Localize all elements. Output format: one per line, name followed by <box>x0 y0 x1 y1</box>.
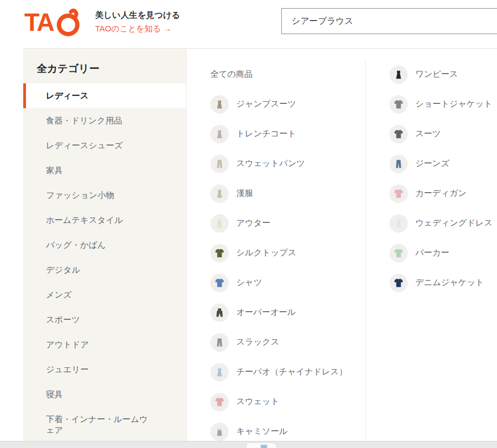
subcategory-item[interactable]: オーバーオール <box>187 298 366 327</box>
subcategory-item[interactable]: スウェット <box>187 387 366 417</box>
subcategory-label: チーパオ（チャイナドレス） <box>236 366 347 378</box>
subcategory-item[interactable]: シャツ <box>187 268 366 298</box>
subcategory-item[interactable]: アウター <box>187 208 366 238</box>
subcategory-item[interactable]: スラックス <box>187 327 366 357</box>
jeans-icon <box>389 155 408 173</box>
sidebar-item[interactable]: バッグ・かばん <box>23 233 186 258</box>
subcategory-item[interactable]: カーディガン <box>366 179 496 208</box>
subcategory-label: デニムジャケット <box>415 277 484 288</box>
pants-icon <box>210 155 229 173</box>
subcategory-label: スウェットパンツ <box>236 158 305 169</box>
subcategory-item[interactable]: スーツ <box>366 119 496 149</box>
sidebar-item[interactable]: アウトドア <box>23 332 186 357</box>
subcategory-label: ショートジャケット <box>415 98 492 110</box>
suit-icon <box>389 125 408 143</box>
subcategory-label: スーツ <box>415 128 441 140</box>
subcategory-label: カーディガン <box>415 188 467 199</box>
jumpsuit-icon <box>210 95 229 114</box>
subcategory-list-1: 全ての商品 ジャンプスーツトレンチコートスウェットパンツ漢服アウターシルクトップ… <box>187 49 366 441</box>
shirt-icon <box>210 274 229 292</box>
subcategory-label: ジャンプスーツ <box>236 98 296 110</box>
subcategory-item[interactable]: スウェットパンツ <box>187 149 366 179</box>
subcategory-item[interactable]: シルクトップス <box>187 238 366 268</box>
subcategory-item[interactable]: 漢服 <box>187 179 366 208</box>
subcategory-label: キャミソール <box>236 426 288 437</box>
subcategory-item[interactable]: ジャンプスーツ <box>187 89 366 119</box>
subcategory-label: アウター <box>236 218 270 229</box>
pants-icon <box>210 333 229 352</box>
sidebar-item[interactable]: スポーツ <box>23 307 186 332</box>
sidebar-item[interactable]: メンズ <box>23 282 186 307</box>
page-background-strip <box>0 441 497 448</box>
tao-logo[interactable]: TA <box>24 6 83 38</box>
subcategory-item[interactable]: トレンチコート <box>187 119 366 149</box>
subcategory-column-1: 全ての商品 ジャンプスーツトレンチコートスウェットパンツ漢服アウターシルクトップ… <box>187 49 366 441</box>
cut-off-element <box>246 443 276 448</box>
sidebar-item[interactable]: ファッション小物 <box>23 183 186 208</box>
subcategory-item[interactable]: チーパオ（チャイナドレス） <box>187 357 366 387</box>
overalls-icon <box>210 304 229 322</box>
dress-icon <box>210 363 229 381</box>
logo-text: TA <box>24 7 54 37</box>
coat-icon <box>210 214 229 233</box>
subcategory-item[interactable]: ウェディングドレス <box>366 208 496 238</box>
subcategory-label: ジーンズ <box>415 158 449 169</box>
robe-icon <box>210 185 229 203</box>
hoodie-icon <box>389 244 408 262</box>
sidebar-item[interactable]: ホームテキスタイル <box>23 208 186 233</box>
subcategory-label: ワンピース <box>415 69 458 80</box>
category-mega-menu: 全カテゴリー レディース食器・ドリンク用品レディースシューズ家具ファッション小物… <box>23 48 497 441</box>
jacket-icon <box>210 244 229 262</box>
subcategory-item[interactable]: パーカー <box>366 238 496 268</box>
category-sidebar: 全カテゴリー レディース食器・ドリンク用品レディースシューズ家具ファッション小物… <box>23 49 187 441</box>
sidebar-item[interactable]: 寝具 <box>23 382 186 407</box>
denim-jacket-icon <box>389 274 408 292</box>
wedding-dress-icon <box>389 214 408 233</box>
subcategory-label: パーカー <box>415 247 449 259</box>
cardigan-icon <box>389 185 408 203</box>
subcategory-item[interactable]: キャミソール <box>187 417 366 441</box>
subcategory-item[interactable]: ワンピース <box>366 60 496 89</box>
subcategory-label: トレンチコート <box>236 128 296 140</box>
tagline-block: 美しい人生を見つける TAOのことを知る → <box>95 9 180 34</box>
subcategory-label: スウェット <box>236 396 279 407</box>
column-divider <box>365 60 366 441</box>
sidebar-list: レディース食器・ドリンク用品レディースシューズ家具ファッション小物ホームテキスタ… <box>23 83 186 441</box>
about-tao-link[interactable]: TAOのことを知る → <box>95 24 180 34</box>
sidebar-item[interactable]: レディース <box>23 83 186 108</box>
subcategory-column-2: ワンピースショートジャケットスーツジーンズカーディガンウェディングドレスパーカー… <box>366 49 496 298</box>
page: TA 美しい人生を見つける TAOのことを知る → 全カテゴリー レディース食器… <box>0 0 497 448</box>
jacket-icon <box>389 95 408 114</box>
all-products-label: 全ての商品 <box>210 69 253 80</box>
coat-icon <box>210 125 229 143</box>
all-products-link[interactable]: 全ての商品 <box>187 60 366 89</box>
site-header: TA 美しい人生を見つける TAOのことを知る → <box>0 0 497 48</box>
sweater-icon <box>210 393 229 411</box>
subcategory-label: シルクトップス <box>236 247 296 259</box>
dress-icon <box>389 65 408 84</box>
subcategory-label: スラックス <box>236 337 279 348</box>
sidebar-item[interactable]: デジタル <box>23 258 186 282</box>
subcategory-label: シャツ <box>236 277 262 288</box>
site-tagline: 美しい人生を見つける <box>95 9 180 21</box>
camisole-icon <box>210 423 229 441</box>
subcategory-label: オーバーオール <box>236 307 296 318</box>
sidebar-item[interactable]: 家具 <box>23 158 186 183</box>
sidebar-item[interactable]: 食器・ドリンク用品 <box>23 108 186 133</box>
cut-off-element-detail <box>261 445 267 448</box>
logo-o-icon <box>55 8 83 38</box>
subcategory-list-2: ワンピースショートジャケットスーツジーンズカーディガンウェディングドレスパーカー… <box>366 49 496 298</box>
sidebar-item[interactable]: ジュエリー <box>23 357 186 382</box>
search-input[interactable] <box>281 8 497 34</box>
subcategory-item[interactable]: ジーンズ <box>366 149 496 179</box>
sidebar-heading: 全カテゴリー <box>23 49 186 83</box>
subcategory-label: 漢服 <box>236 188 253 199</box>
subcategory-item[interactable]: ショートジャケット <box>366 89 496 119</box>
sidebar-item[interactable]: レディースシューズ <box>23 133 186 158</box>
sidebar-item[interactable]: 下着・インナー・ルームウェア <box>23 407 186 441</box>
subcategory-label: ウェディングドレス <box>415 218 493 229</box>
subcategory-item[interactable]: デニムジャケット <box>366 268 496 298</box>
